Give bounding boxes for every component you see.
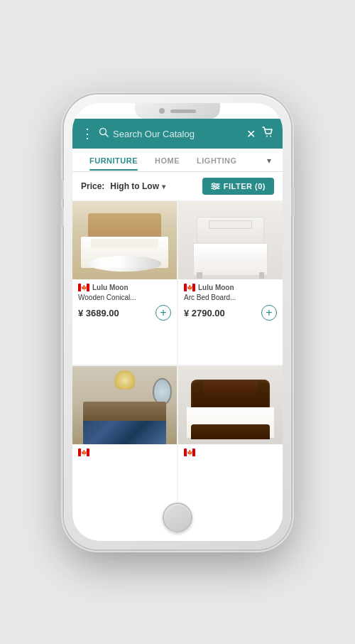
product-card-4[interactable]: 🍁 [178,366,283,502]
tab-furniture[interactable]: FURNITURE [81,149,146,171]
product-image-3 [72,366,177,444]
filter-button-label: FILTER (0) [224,182,266,190]
product-info-3: 🍁 [72,444,177,463]
product-image-1 [72,201,177,279]
power-button[interactable] [291,187,295,215]
price-sort-label: High to Low [110,181,159,191]
nav-more-icon[interactable]: ▾ [264,149,274,171]
product-origin-3: 🍁 [78,449,171,456]
canada-flag-icon: 🍁 [78,284,89,291]
product-origin-1: 🍁 Lulu Moon [78,284,171,291]
phone-frame: ⋮ Search Our Catalog ✕ [64,95,291,549]
product-image-2 [178,201,283,279]
product-price-row-1: ¥ 3689.00 + [78,305,171,321]
add-to-cart-button-1[interactable]: + [155,305,171,321]
filter-bar: Price: High to Low ▾ FILTER (0) [72,172,283,201]
speaker [170,109,196,113]
svg-point-7 [212,183,214,186]
volume-down-button[interactable] [60,207,64,227]
canada-flag-icon-3: 🍁 [78,449,89,456]
close-icon[interactable]: ✕ [246,127,256,141]
tab-home[interactable]: HOME [146,149,188,171]
home-button[interactable] [163,503,192,532]
product-origin-2: 🍁 Lulu Moon [184,284,277,291]
menu-dots-icon[interactable]: ⋮ [81,126,93,141]
canada-flag-icon-2: 🍁 [184,284,195,291]
app-content: ⋮ Search Our Catalog ✕ [72,119,283,502]
svg-line-1 [106,134,109,137]
camera [159,108,165,114]
product-price-row-2: ¥ 2790.00 + [184,305,277,321]
product-price-2: ¥ 2790.00 [184,308,225,318]
search-placeholder-text: Search Our Catalog [113,129,241,139]
search-bar[interactable]: Search Our Catalog [99,127,241,140]
product-name-2: Arc Bed Board... [184,293,277,302]
svg-point-2 [266,136,268,137]
filter-button[interactable]: FILTER (0) [202,178,274,195]
product-brand-2: Lulu Moon [198,284,234,291]
svg-point-3 [270,136,271,137]
product-info-2: 🍁 Lulu Moon Arc Bed Board... ¥ 2790.00 + [178,279,283,326]
price-label: Price: [81,181,104,191]
product-card-3[interactable]: 🍁 [72,366,177,502]
product-name-1: Wooden Conical... [78,293,171,302]
product-card-1[interactable]: 🍁 Lulu Moon Wooden Conical... ¥ 3689.00 … [72,201,177,365]
phone-screen: ⋮ Search Our Catalog ✕ [72,103,283,541]
nav-tabs: FURNITURE HOME LIGHTING ▾ [72,149,283,172]
phone-notch [135,103,220,119]
product-price-1: ¥ 3689.00 [78,308,119,318]
cart-icon[interactable] [261,126,274,141]
header-actions: ✕ [246,126,274,141]
canada-flag-icon-4: 🍁 [184,449,195,456]
product-image-4 [178,366,283,444]
product-info-1: 🍁 Lulu Moon Wooden Conical... ¥ 3689.00 … [72,279,177,326]
volume-up-button[interactable] [60,180,64,200]
product-card-2[interactable]: 🍁 Lulu Moon Arc Bed Board... ¥ 2790.00 + [178,201,283,365]
search-icon [99,127,109,140]
app-header: ⋮ Search Our Catalog ✕ [72,119,283,149]
sort-chevron-icon: ▾ [162,183,165,190]
price-sort-dropdown[interactable]: High to Low ▾ [110,181,165,191]
svg-point-8 [216,186,218,188]
product-brand-1: Lulu Moon [92,284,129,291]
tab-lighting[interactable]: LIGHTING [188,149,246,171]
product-info-4: 🍁 [178,444,283,463]
product-grid: 🍁 Lulu Moon Wooden Conical... ¥ 3689.00 … [72,201,283,502]
add-to-cart-button-2[interactable]: + [261,305,277,321]
svg-point-9 [213,188,215,190]
product-origin-4: 🍁 [184,449,277,456]
